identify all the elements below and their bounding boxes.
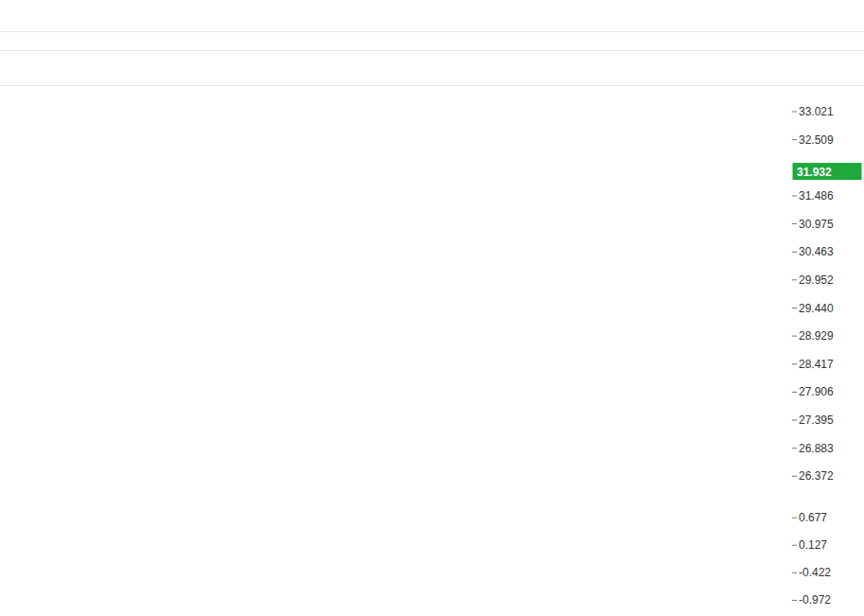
price-axis-label: 26.883	[799, 442, 834, 455]
macd-axis-label: -0.422	[799, 566, 831, 579]
macd-axis-label: -0.972	[799, 593, 831, 607]
price-axis-label: 26.372	[799, 469, 834, 483]
price-axis-label: 33.021	[799, 105, 834, 118]
price-axis-label: 28.929	[799, 329, 834, 343]
period-tabbar	[0, 50, 864, 86]
price-axis-label: 27.906	[799, 385, 834, 398]
price-axis-label: 29.440	[799, 302, 834, 315]
svg-text:31.932: 31.932	[797, 166, 832, 179]
price-axis-label: 30.975	[799, 218, 834, 231]
kline-page: { "header": { "title": "K线图", "link_labe…	[0, 0, 864, 616]
page-header	[0, 0, 864, 32]
price-axis-label: 29.952	[799, 273, 834, 287]
macd-axis-label: 0.677	[799, 511, 827, 524]
price-axis-label: 27.395	[799, 414, 834, 427]
macd-axis-label: 0.127	[799, 538, 827, 552]
kline-chart[interactable]: 33.02132.50931.48630.97530.46329.95229.4…	[0, 86, 864, 616]
price-axis-label: 30.463	[799, 245, 834, 258]
kline-chart-canvas[interactable]: 33.02132.50931.48630.97530.46329.95229.4…	[0, 86, 864, 616]
price-axis-label: 28.417	[799, 358, 834, 371]
price-axis-label: 31.486	[799, 189, 834, 202]
price-axis-label: 32.509	[799, 133, 834, 147]
